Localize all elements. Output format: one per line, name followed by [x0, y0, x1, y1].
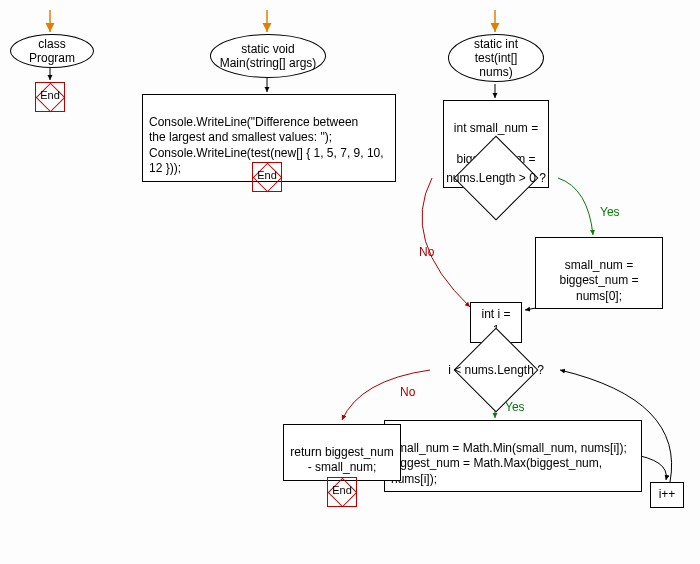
- class-program-node: class Program: [10, 34, 94, 68]
- cond2-yes-label: Yes: [505, 400, 525, 414]
- cond2-text: i < nums.Length ?: [448, 363, 544, 377]
- end-node-2: End: [252, 162, 282, 192]
- test-node: static int test(int[] nums): [448, 34, 544, 82]
- assign-first-node: small_num = biggest_num = nums[0];: [535, 237, 663, 309]
- end-node-3: End: [327, 477, 357, 507]
- end-node-1: End: [35, 82, 65, 112]
- return-node: return biggest_num - small_num;: [283, 424, 401, 481]
- loop-body-node: small_num = Math.Min(small_num, nums[i])…: [384, 420, 642, 492]
- main-label: static void Main(string[] args): [220, 42, 317, 70]
- cond1-yes-label: Yes: [600, 205, 620, 219]
- test-label: static int test(int[] nums): [457, 37, 535, 79]
- end-label-3: End: [327, 484, 357, 496]
- end-label-2: End: [252, 169, 282, 181]
- cond2-no-label: No: [400, 385, 415, 399]
- assign-first-text: small_num = biggest_num = nums[0];: [559, 258, 638, 303]
- cond1-no-label: No: [419, 245, 434, 259]
- increment-node: i++: [650, 482, 684, 508]
- cond1-diamond: nums.Length > 0 ?: [454, 152, 538, 204]
- class-program-label: class Program: [19, 37, 85, 65]
- end-label-1: End: [35, 89, 65, 101]
- return-text: return biggest_num - small_num;: [290, 445, 393, 475]
- cond1-text: nums.Length > 0 ?: [446, 171, 546, 185]
- loop-body-text: small_num = Math.Min(small_num, nums[i])…: [391, 441, 627, 486]
- increment-text: i++: [659, 487, 676, 501]
- cond2-diamond: i < nums.Length ?: [454, 342, 538, 398]
- main-node: static void Main(string[] args): [210, 34, 326, 78]
